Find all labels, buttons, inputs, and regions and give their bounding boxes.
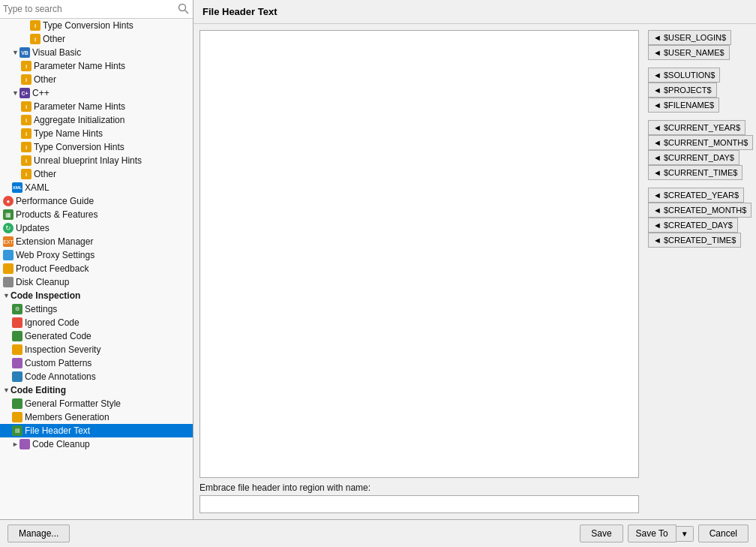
list-item[interactable]: ► Code Cleanup <box>0 437 193 451</box>
hint-icon: i <box>30 34 40 44</box>
file-header-textarea[interactable] <box>200 30 639 478</box>
item-label: Inspection Severity <box>25 344 100 355</box>
list-item[interactable]: ▦ Products & Features <box>0 208 193 221</box>
item-label: Unreal blueprint Inlay Hints <box>34 155 142 166</box>
expand-arrow: ▼ <box>12 89 20 97</box>
list-item[interactable]: ▼ C+ C++ <box>0 86 193 100</box>
list-item[interactable]: i Parameter Name Hints <box>0 100 193 113</box>
item-label: Disk Cleanup <box>16 277 69 287</box>
button-label: ◄ $CREATED_MONTH$ <box>653 206 746 215</box>
list-item[interactable]: i Parameter Name Hints <box>0 59 193 73</box>
item-label: General Formatter Style <box>25 398 121 409</box>
list-item[interactable]: Members Generation <box>0 410 193 424</box>
list-item[interactable]: ↻ Updates <box>0 221 193 235</box>
solution-var-group: ◄ $SOLUTION$ ◄ $PROJECT$ ◄ $FILENAME$ <box>648 68 747 113</box>
list-item[interactable]: Generated Code <box>0 329 193 343</box>
search-box <box>0 0 193 19</box>
cleanup-icon <box>20 439 30 449</box>
list-item[interactable]: i Other <box>0 167 193 181</box>
current-day-button[interactable]: ◄ $CURRENT_DAY$ <box>648 150 740 165</box>
list-item[interactable]: ⚙ Settings <box>0 302 193 316</box>
section-header-code-editing[interactable]: ▼ Code Editing <box>0 383 193 397</box>
list-item[interactable]: Web Proxy Settings <box>0 248 193 262</box>
updates-icon: ↻ <box>3 223 14 233</box>
button-label: ◄ $PROJECT$ <box>653 86 712 95</box>
list-item[interactable]: XML XAML <box>0 181 193 194</box>
project-button[interactable]: ◄ $PROJECT$ <box>648 83 717 98</box>
hint-icon: i <box>21 169 32 179</box>
svg-point-0 <box>179 5 186 11</box>
user-login-button[interactable]: ◄ $USER_LOGIN$ <box>648 30 731 45</box>
created-year-button[interactable]: ◄ $CREATED_YEAR$ <box>648 188 744 203</box>
save-to-button[interactable]: Save To <box>628 524 676 542</box>
list-item[interactable]: Code Annotations <box>0 370 193 383</box>
hint-icon: i <box>21 61 32 71</box>
list-item[interactable]: i Aggregate Initialization <box>0 113 193 127</box>
region-name-input[interactable] <box>200 495 639 513</box>
list-item[interactable]: Product Feedback <box>0 262 193 275</box>
cancel-button[interactable]: Cancel <box>698 524 748 542</box>
current-year-button[interactable]: ◄ $CURRENT_YEAR$ <box>648 120 746 135</box>
button-label: ◄ $USER_NAME$ <box>653 48 724 57</box>
current-month-button[interactable]: ◄ $CURRENT_MONTH$ <box>648 135 753 150</box>
item-label: Ignored Code <box>25 317 80 328</box>
created-month-button[interactable]: ◄ $CREATED_MONTH$ <box>648 203 752 218</box>
current-time-button[interactable]: ◄ $CURRENT_TIME$ <box>648 165 742 180</box>
list-item[interactable]: ▼ VB Visual Basic <box>0 46 193 59</box>
item-label: Type Conversion Hints <box>34 142 124 152</box>
save-button[interactable]: Save <box>580 524 622 542</box>
manage-button[interactable]: Manage... <box>8 524 70 542</box>
item-label: Code Cleanup <box>32 439 90 449</box>
members-icon <box>12 412 22 422</box>
hint-icon: i <box>21 115 32 125</box>
annotations-icon <box>12 371 22 382</box>
search-input[interactable] <box>3 4 178 14</box>
list-item[interactable]: i Type Name Hints <box>0 127 193 140</box>
button-label: ◄ $CREATED_YEAR$ <box>653 191 739 200</box>
item-label: Members Generation <box>25 412 110 422</box>
item-label: Custom Patterns <box>25 358 92 368</box>
list-item[interactable]: i Other <box>0 73 193 86</box>
filename-button[interactable]: ◄ $FILENAME$ <box>648 98 719 113</box>
expand-arrow: ▼ <box>3 386 10 394</box>
current-date-var-group: ◄ $CURRENT_YEAR$ ◄ $CURRENT_MONTH$ ◄ $CU… <box>648 120 747 180</box>
save-to-group: Save To ▼ <box>628 524 694 542</box>
list-item[interactable]: i Other <box>0 32 193 46</box>
proxy-icon <box>3 250 14 260</box>
item-label: Other <box>34 74 56 85</box>
save-to-dropdown-button[interactable]: ▼ <box>676 526 694 542</box>
button-label: ◄ $CURRENT_MONTH$ <box>653 138 748 147</box>
item-label: Type Conversion Hints <box>43 20 134 31</box>
list-item[interactable]: Ignored Code <box>0 316 193 329</box>
list-item[interactable]: ● Performance Guide <box>0 194 193 208</box>
text-area-section: Embrace file header into region with nam… <box>200 30 639 513</box>
created-time-button[interactable]: ◄ $CREATED_TIME$ <box>648 233 741 248</box>
item-label: Performance Guide <box>16 196 94 206</box>
list-item[interactable]: Inspection Severity <box>0 343 193 356</box>
item-label: Products & Features <box>16 209 98 220</box>
item-label: Visual Basic <box>32 47 81 58</box>
button-label: ◄ $CREATED_DAY$ <box>653 221 733 230</box>
solution-button[interactable]: ◄ $SOLUTION$ <box>648 68 720 83</box>
list-item[interactable]: Custom Patterns <box>0 356 193 370</box>
created-day-button[interactable]: ◄ $CREATED_DAY$ <box>648 218 738 233</box>
list-item[interactable]: EXT Extension Manager <box>0 235 193 248</box>
right-panel: File Header Text Embrace file header int… <box>194 0 756 519</box>
item-label: Code Annotations <box>25 371 96 382</box>
section-label: Code Inspection <box>10 290 80 301</box>
button-label: ◄ $CURRENT_DAY$ <box>653 153 734 162</box>
list-item[interactable]: i Type Conversion Hints <box>0 19 193 32</box>
expand-arrow: ▼ <box>3 292 10 299</box>
file-header-text-item[interactable]: ▤ File Header Text <box>0 424 193 437</box>
hint-icon: i <box>21 74 32 85</box>
list-item[interactable]: Disk Cleanup <box>0 275 193 289</box>
list-item[interactable]: i Type Conversion Hints <box>0 140 193 154</box>
section-header-code-inspection[interactable]: ▼ Code Inspection <box>0 289 193 302</box>
item-label: Parameter Name Hints <box>34 61 125 71</box>
list-item[interactable]: General Formatter Style <box>0 397 193 410</box>
item-label: XAML <box>25 182 50 193</box>
button-label: ◄ $USER_LOGIN$ <box>653 33 726 42</box>
user-name-button[interactable]: ◄ $USER_NAME$ <box>648 45 730 60</box>
button-label: ◄ $SOLUTION$ <box>653 71 715 80</box>
list-item[interactable]: i Unreal blueprint Inlay Hints <box>0 154 193 167</box>
